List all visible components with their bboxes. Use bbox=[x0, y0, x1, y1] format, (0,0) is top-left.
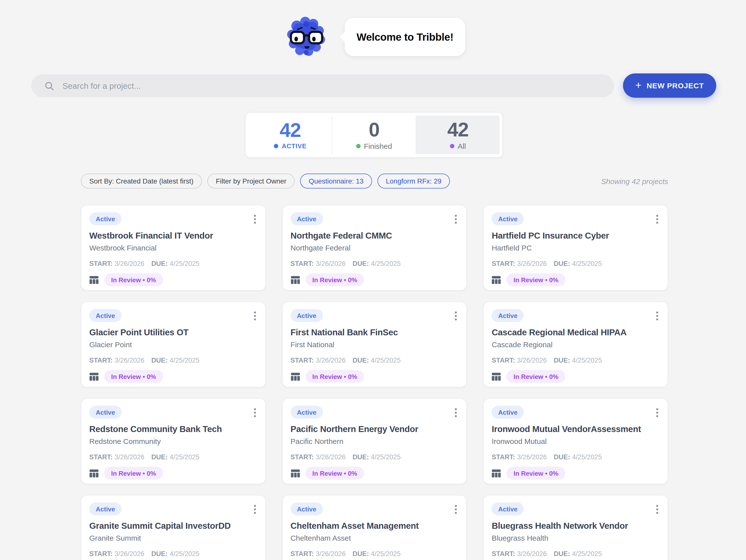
due-label: DUE: bbox=[554, 453, 570, 461]
kebab-menu-button[interactable] bbox=[252, 407, 257, 419]
kebab-menu-button[interactable] bbox=[655, 213, 660, 225]
table-columns-icon bbox=[290, 469, 300, 477]
status-badge: Active bbox=[492, 406, 524, 419]
project-dates: START:3/26/2026 DUE:4/25/2025 bbox=[290, 260, 458, 268]
card-footer: In Review • 0% bbox=[89, 273, 257, 286]
kebab-menu-button[interactable] bbox=[454, 407, 459, 419]
status-badge: Active bbox=[290, 309, 323, 322]
new-project-label: NEW PROJECT bbox=[647, 81, 704, 90]
due-date-group: DUE:4/25/2025 bbox=[554, 260, 602, 268]
due-date: 4/25/2025 bbox=[371, 453, 401, 461]
status-badge: Active bbox=[492, 212, 524, 225]
company-name: Cheltenham Asset bbox=[290, 534, 458, 542]
project-card[interactable]: Active Cheltenham Asset Management Chelt… bbox=[282, 495, 467, 560]
due-date: 4/25/2025 bbox=[170, 453, 199, 461]
start-date: 3/26/2026 bbox=[316, 260, 345, 268]
due-label: DUE: bbox=[151, 260, 168, 268]
progress-pill: In Review • 0% bbox=[305, 467, 364, 480]
table-columns-icon bbox=[290, 276, 300, 284]
project-title: First National Bank FinSec bbox=[290, 327, 458, 338]
kebab-menu-button[interactable] bbox=[655, 503, 660, 515]
kebab-menu-button[interactable] bbox=[454, 310, 459, 322]
card-footer: In Review • 0% bbox=[492, 370, 660, 383]
table-columns-icon bbox=[492, 469, 501, 477]
due-date-group: DUE:4/25/2025 bbox=[352, 357, 401, 364]
new-project-button[interactable]: + NEW PROJECT bbox=[623, 74, 716, 98]
kebab-menu-button[interactable] bbox=[252, 310, 257, 322]
start-date-group: START:3/26/2026 bbox=[89, 260, 144, 268]
stat-segment-active[interactable]: 42 ACTIVE bbox=[249, 116, 332, 154]
kebab-menu-button[interactable] bbox=[252, 503, 257, 515]
project-dates: START:3/26/2026 DUE:4/25/2025 bbox=[492, 453, 660, 461]
kebab-menu-button[interactable] bbox=[454, 503, 459, 515]
questionnaire-chip[interactable]: Questionnaire: 13 bbox=[300, 174, 372, 189]
kebab-menu-button[interactable] bbox=[252, 213, 257, 225]
welcome-text: Welcome to Tribble! bbox=[356, 31, 454, 43]
project-card[interactable]: Active First National Bank FinSec First … bbox=[282, 302, 467, 387]
card-footer: In Review • 0% bbox=[492, 273, 660, 286]
progress-pill: In Review • 0% bbox=[507, 273, 566, 286]
project-title: Westbrook Financial IT Vendor bbox=[89, 231, 257, 241]
start-date: 3/26/2026 bbox=[316, 453, 345, 461]
start-date: 3/26/2026 bbox=[115, 550, 144, 558]
search-bar[interactable] bbox=[31, 75, 614, 97]
project-card[interactable]: Active Bluegrass Health Network Vendor B… bbox=[483, 495, 668, 560]
filters-row: Sort By: Created Date (latest first) Fil… bbox=[81, 174, 668, 189]
due-label: DUE: bbox=[352, 453, 369, 461]
project-title: Granite Summit Capital InvestorDD bbox=[89, 521, 257, 531]
card-footer: In Review • 0% bbox=[89, 370, 257, 383]
status-badge: Active bbox=[492, 502, 524, 515]
project-dates: START:3/26/2026 DUE:4/25/2025 bbox=[492, 550, 660, 558]
project-grid: Active Westbrook Financial IT Vendor Wes… bbox=[81, 205, 668, 560]
due-date: 4/25/2025 bbox=[572, 453, 602, 461]
due-label: DUE: bbox=[554, 550, 570, 558]
progress-pill: In Review • 0% bbox=[305, 370, 364, 383]
tribble-mascot-icon bbox=[287, 17, 329, 58]
owner-filter-chip[interactable]: Filter by Project Owner bbox=[207, 174, 295, 189]
all-status-dot bbox=[450, 144, 454, 148]
kebab-menu-button[interactable] bbox=[655, 310, 660, 322]
active-count: 42 bbox=[280, 120, 301, 140]
due-label: DUE: bbox=[151, 357, 168, 364]
start-date: 3/26/2026 bbox=[517, 260, 547, 268]
due-date-group: DUE:4/25/2025 bbox=[151, 260, 199, 268]
company-name: Westbrook Financial bbox=[89, 244, 257, 252]
start-date-group: START:3/26/2026 bbox=[89, 357, 144, 364]
project-dates: START:3/26/2026 DUE:4/25/2025 bbox=[290, 550, 458, 558]
longform-rfx-chip[interactable]: Longform RFx: 29 bbox=[377, 174, 450, 189]
project-card[interactable]: Active Redstone Community Bank Tech Reds… bbox=[81, 398, 266, 484]
card-footer: In Review • 0% bbox=[492, 467, 660, 480]
due-date-group: DUE:4/25/2025 bbox=[151, 453, 199, 461]
stat-segment-all[interactable]: 42 All bbox=[415, 116, 499, 154]
kebab-menu-button[interactable] bbox=[454, 213, 459, 225]
project-dates: START:3/26/2026 DUE:4/25/2025 bbox=[492, 357, 660, 364]
start-date-group: START:3/26/2026 bbox=[290, 357, 345, 364]
sort-by-chip[interactable]: Sort By: Created Date (latest first) bbox=[81, 174, 202, 189]
project-title: Hartfield PC Insurance Cyber bbox=[492, 231, 660, 241]
kebab-menu-button[interactable] bbox=[655, 407, 660, 419]
company-name: Redstone Community bbox=[89, 437, 257, 445]
project-card[interactable]: Active Hartfield PC Insurance Cyber Hart… bbox=[483, 205, 668, 291]
due-date: 4/25/2025 bbox=[371, 260, 401, 268]
card-footer: In Review • 0% bbox=[290, 273, 458, 286]
project-card[interactable]: Active Ironwood Mutual VendorAssessment … bbox=[483, 398, 668, 484]
project-card[interactable]: Active Northgate Federal CMMC Northgate … bbox=[282, 205, 467, 291]
start-date: 3/26/2026 bbox=[517, 550, 547, 558]
project-card[interactable]: Active Granite Summit Capital InvestorDD… bbox=[81, 495, 266, 560]
card-footer: In Review • 0% bbox=[89, 467, 257, 480]
due-date-group: DUE:4/25/2025 bbox=[554, 550, 602, 558]
stat-segment-finished[interactable]: 0 Finished bbox=[332, 116, 415, 154]
project-card[interactable]: Active Glacier Point Utilities OT Glacie… bbox=[81, 302, 266, 387]
start-label: START: bbox=[290, 453, 314, 461]
project-card[interactable]: Active Cascade Regional Medical HIPAA Ca… bbox=[483, 302, 668, 387]
finished-count: 0 bbox=[369, 119, 379, 139]
search-input[interactable] bbox=[61, 81, 614, 91]
project-card[interactable]: Active Westbrook Financial IT Vendor Wes… bbox=[81, 205, 266, 291]
start-date-group: START:3/26/2026 bbox=[290, 550, 345, 558]
project-card[interactable]: Active Pacific Northern Energy Vendor Pa… bbox=[282, 398, 467, 484]
speech-bubble: Welcome to Tribble! bbox=[345, 18, 465, 56]
due-date: 4/25/2025 bbox=[572, 260, 602, 268]
start-date: 3/26/2026 bbox=[115, 260, 144, 268]
status-badge: Active bbox=[290, 502, 323, 515]
company-name: Northgate Federal bbox=[290, 244, 458, 252]
